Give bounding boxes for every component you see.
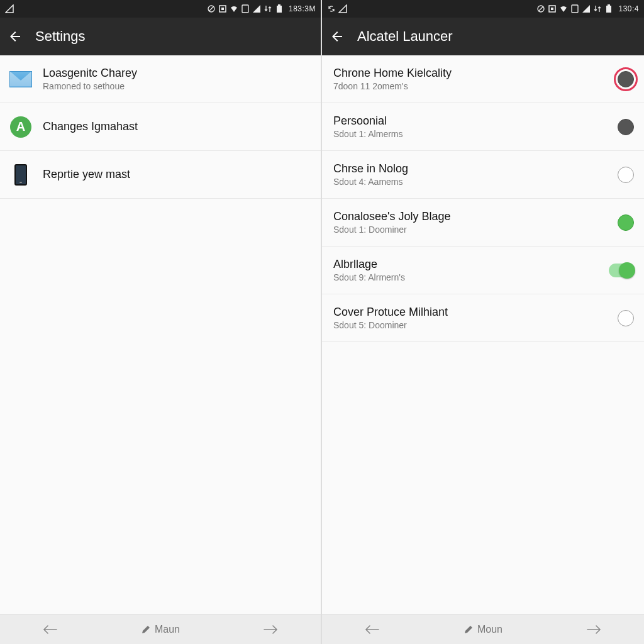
page-title: Settings	[35, 28, 86, 45]
item-subtitle: Sdout 5: Doominer	[333, 320, 608, 330]
square-icon	[548, 4, 557, 13]
settings-item-changes[interactable]: A Changes Igmahast	[0, 103, 321, 151]
item-subtitle: Sdout 1: Doominer	[333, 225, 608, 235]
mail-icon	[9, 67, 33, 91]
network-triangle-icon	[5, 4, 14, 13]
svg-rect-5	[278, 4, 280, 6]
app-bar: Settings	[0, 18, 321, 55]
nav-center[interactable]: Maun	[141, 624, 180, 635]
status-right-group: 183:3M	[207, 4, 316, 13]
item-title: Chrone Home Kielcality	[333, 67, 608, 80]
item-subtitle: Ramoned to sethoue	[43, 81, 311, 91]
radio-selected-highlight[interactable]	[618, 71, 634, 87]
settings-list: Loasgenitc Charey Ramoned to sethoue A C…	[0, 55, 321, 614]
status-time: 130:4	[618, 4, 639, 13]
sim-outline-icon	[570, 4, 579, 13]
status-time: 183:3M	[289, 4, 316, 13]
nav-forward[interactable]	[263, 624, 279, 635]
square-icon	[218, 4, 227, 13]
battery-icon	[275, 4, 284, 13]
wifi-icon	[559, 4, 568, 13]
item-subtitle: Sdout 4: Aamems	[333, 177, 608, 187]
radio-control[interactable]	[618, 167, 634, 183]
nav-forward[interactable]	[586, 624, 602, 635]
wifi-icon	[230, 4, 238, 13]
settings-item-loasgenitc[interactable]: Loasgenitc Charey Ramoned to sethoue	[0, 55, 321, 103]
bottom-nav: Maun	[0, 614, 321, 644]
launcher-item-albrllage[interactable]: Albrllage Sdout 9: Alrmern's	[322, 247, 644, 294]
item-title: Conalosee's Joly Blage	[333, 210, 608, 223]
arrow-left-icon	[42, 624, 58, 635]
pencil-icon	[141, 625, 151, 635]
nav-center-label: Moun	[477, 624, 502, 635]
page-title: Alcatel Launcer	[357, 28, 453, 45]
svg-rect-2	[221, 8, 224, 10]
arrow-right-icon	[263, 624, 279, 635]
item-subtitle: Sdout 1: Almerms	[333, 129, 608, 139]
sim-outline-icon	[241, 4, 250, 13]
svg-rect-9	[572, 5, 578, 13]
item-title: Albrllage	[333, 258, 599, 271]
launcher-item-persoonial[interactable]: Persoonial Sdout 1: Almerms	[322, 103, 644, 151]
status-bar: 183:3M	[0, 0, 321, 18]
arrow-right-icon	[586, 624, 602, 635]
radio-control-on[interactable]	[618, 214, 634, 231]
nav-center-label: Maun	[155, 624, 180, 635]
status-right-group: 130:4	[536, 4, 639, 13]
status-left-group	[327, 4, 347, 13]
app-bar: Alcatel Launcer	[322, 18, 644, 55]
svg-rect-10	[606, 6, 611, 13]
signal-icon	[252, 4, 261, 13]
screen-settings: 183:3M Settings Loasgenitc Charey Ramone…	[0, 0, 322, 644]
item-subtitle: 7doon 11 2omem's	[333, 81, 608, 91]
item-title: Chrse in Nolog	[333, 162, 608, 175]
arrow-left-icon	[364, 624, 380, 635]
status-bar: 130:4	[322, 0, 644, 18]
status-left-group	[5, 4, 14, 13]
pencil-icon	[464, 625, 474, 635]
launcher-item-chrse-nolog[interactable]: Chrse in Nolog Sdout 4: Aamems	[322, 151, 644, 199]
svg-rect-8	[551, 8, 553, 10]
nav-back[interactable]	[364, 624, 380, 635]
launcher-item-cover-protuce[interactable]: Cover Protuce Milhiant Sdout 5: Doominer	[322, 294, 644, 342]
nav-center[interactable]: Moun	[464, 624, 502, 635]
back-button[interactable]	[330, 29, 345, 44]
no-sim-icon	[207, 4, 216, 13]
svg-rect-4	[277, 6, 282, 13]
svg-rect-3	[242, 5, 248, 13]
item-subtitle: Sdout 9: Alrmern's	[333, 272, 599, 282]
settings-item-reprtie[interactable]: Reprtie yew mast	[0, 151, 321, 199]
launcher-item-chrone-home[interactable]: Chrone Home Kielcality 7doon 11 2omem's	[322, 55, 644, 103]
launcher-item-conalosee[interactable]: Conalosee's Joly Blage Sdout 1: Doominer	[322, 199, 644, 247]
radio-control[interactable]	[618, 119, 634, 135]
svg-rect-11	[608, 4, 610, 6]
network-triangle-icon	[338, 4, 347, 13]
data-icon	[593, 4, 602, 13]
item-title: Cover Protuce Milhiant	[333, 306, 608, 319]
item-title: Changes Igmahast	[43, 120, 311, 133]
nav-back[interactable]	[42, 624, 58, 635]
battery-icon	[604, 4, 613, 13]
letter-a-icon: A	[9, 115, 33, 139]
sync-icon	[327, 4, 336, 13]
back-button[interactable]	[8, 29, 23, 44]
bottom-nav: Moun	[322, 614, 644, 644]
data-icon	[264, 4, 272, 13]
toggle-switch[interactable]	[609, 264, 634, 277]
no-sim-icon	[536, 4, 545, 13]
signal-icon	[582, 4, 591, 13]
radio-control[interactable]	[618, 310, 634, 326]
screen-launcher: 130:4 Alcatel Launcer Chrone Home Kielca…	[322, 0, 644, 644]
item-title: Loasgenitc Charey	[43, 67, 311, 80]
item-title: Reprtie yew mast	[43, 168, 311, 181]
phone-icon	[9, 163, 33, 187]
item-title: Persoonial	[333, 114, 608, 128]
launcher-list: Chrone Home Kielcality 7doon 11 2omem's …	[322, 55, 644, 614]
